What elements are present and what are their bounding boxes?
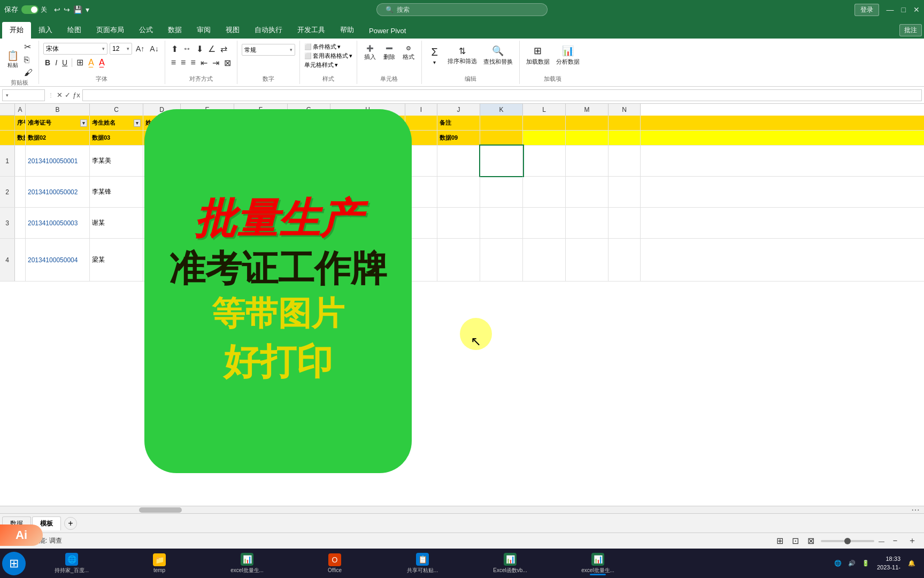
start-button[interactable]: ⊞ xyxy=(2,552,26,575)
tab-review[interactable]: 审阅 xyxy=(189,22,218,39)
cell-1-a[interactable] xyxy=(15,146,26,176)
tab-view[interactable]: 视图 xyxy=(218,22,247,39)
tab-automate[interactable]: 自动执行 xyxy=(247,22,290,39)
formula-bar-options[interactable]: ⋮ xyxy=(48,92,53,98)
align-center-button[interactable]: ≡ xyxy=(179,57,187,69)
taskbar-item-excel1[interactable]: 📊 excel批量生... xyxy=(204,551,290,576)
cell-4-l[interactable] xyxy=(523,239,566,281)
cell-3-m[interactable] xyxy=(566,208,609,238)
cell-4-a[interactable] xyxy=(15,239,26,281)
find-replace-button[interactable]: 🔍 查找和替换 xyxy=(481,44,515,67)
cell-data-l[interactable] xyxy=(523,131,566,145)
conditional-format-button[interactable]: ⬜ 条件格式 ▾ xyxy=(304,43,352,51)
scroll-options[interactable]: ⋯ xyxy=(911,505,924,515)
add-data-button[interactable]: ⊞ 加载数据 xyxy=(524,44,552,67)
save-button[interactable]: 保存 xyxy=(4,5,18,14)
wrap-text-button[interactable]: ⇄ xyxy=(219,43,229,55)
font-name-selector[interactable]: 宋体 ▾ xyxy=(43,43,107,55)
format-as-table-button[interactable]: ⬜ 套用表格格式 ▾ xyxy=(304,52,352,60)
col-header-i[interactable]: I xyxy=(405,104,437,116)
cell-i-label[interactable] xyxy=(405,116,437,130)
scroll-thumb[interactable] xyxy=(139,507,182,513)
align-left-button[interactable]: ≡ xyxy=(170,57,178,69)
col-header-c[interactable]: C xyxy=(90,104,143,116)
taskbar-item-temp[interactable]: 📁 temp xyxy=(117,551,202,576)
cut-button[interactable]: ✂ xyxy=(22,41,34,53)
battery-icon[interactable]: 🔋 xyxy=(860,558,872,569)
cell-3-b[interactable]: 20134100050003 xyxy=(26,208,90,238)
filter-c[interactable]: ▾ xyxy=(134,119,141,127)
cell-1-j[interactable] xyxy=(437,146,480,176)
tab-draw[interactable]: 绘图 xyxy=(60,22,89,39)
cell-data03[interactable]: 数据03 xyxy=(90,131,143,145)
cell-data-k[interactable] xyxy=(480,131,523,145)
cell-m-label[interactable] xyxy=(566,116,609,130)
insert-button[interactable]: ➕ 插入 xyxy=(361,44,379,62)
cell-n-label[interactable] xyxy=(609,116,641,130)
autosave-track[interactable] xyxy=(21,5,38,14)
col-header-a[interactable]: A xyxy=(15,104,26,116)
zoom-slider[interactable] xyxy=(821,540,874,542)
tab-help[interactable]: 帮助 xyxy=(333,22,361,39)
time-display[interactable]: 18:33 2023-11- xyxy=(874,555,904,572)
cell-4-k[interactable] xyxy=(480,239,523,281)
taskbar-item-excel2[interactable]: 📊 Excel函数vb... xyxy=(467,551,553,576)
sort-filter-button[interactable]: ⇅ 排序和筛选 xyxy=(445,44,479,67)
cell-1-k[interactable] xyxy=(480,146,523,176)
cell-1-c[interactable]: 李某美 xyxy=(90,146,143,176)
cell-2-a[interactable] xyxy=(15,177,26,207)
cell-data-n[interactable] xyxy=(609,131,641,145)
col-header-b[interactable]: B xyxy=(26,104,90,116)
customize-icon[interactable]: ▾ xyxy=(86,5,89,14)
tab-powerpivot[interactable]: Power Pivot xyxy=(361,24,413,39)
ai-badge[interactable]: Ai xyxy=(0,524,43,546)
cell-4-c[interactable]: 梁某 xyxy=(90,239,143,281)
search-box[interactable]: 🔍 搜索 xyxy=(376,3,548,16)
volume-icon[interactable]: 🔊 xyxy=(846,558,858,569)
cell-1-l[interactable] xyxy=(523,146,566,176)
tab-page-layout[interactable]: 页面布局 xyxy=(89,22,132,39)
cell-4-n[interactable] xyxy=(609,239,641,281)
cell-data02[interactable]: 数据02 xyxy=(26,131,90,145)
save-icon[interactable]: 💾 xyxy=(73,5,82,14)
cell-4-j[interactable] xyxy=(437,239,480,281)
cell-2-k[interactable] xyxy=(480,177,523,207)
cell-2-m[interactable] xyxy=(566,177,609,207)
comment-button[interactable]: 批注 xyxy=(899,24,922,36)
notification-icon[interactable]: 🔔 xyxy=(906,558,918,569)
cell-3-k[interactable] xyxy=(480,208,523,238)
page-layout-view-button[interactable]: ⊡ xyxy=(790,535,801,547)
cell-2-l[interactable] xyxy=(523,177,566,207)
increase-indent-button[interactable]: ⇥ xyxy=(211,57,221,69)
filter-b[interactable]: ▾ xyxy=(80,119,87,127)
autosave-toggle[interactable]: 关 xyxy=(21,5,47,14)
cell-2-b[interactable]: 20134100050002 xyxy=(26,177,90,207)
maximize-button[interactable]: □ xyxy=(902,5,906,14)
col-header-k[interactable]: K xyxy=(480,104,523,116)
taskbar-item-excel3[interactable]: 📊 excel批量生... xyxy=(555,551,641,576)
cell-3-a[interactable] xyxy=(15,208,26,238)
cell-2-n[interactable] xyxy=(609,177,641,207)
analyze-data-button[interactable]: 📊 分析数据 xyxy=(554,44,582,67)
cell-c-label[interactable]: 考生姓名▾ xyxy=(90,116,143,130)
normal-view-button[interactable]: ⊞ xyxy=(774,535,786,547)
cell-3-l[interactable] xyxy=(523,208,566,238)
align-bottom-button[interactable]: ⬇ xyxy=(195,43,205,55)
increase-font-button[interactable]: A↑ xyxy=(134,43,146,54)
undo-icon[interactable]: ↩ xyxy=(54,5,60,14)
tab-developer[interactable]: 开发工具 xyxy=(290,22,333,39)
tab-data[interactable]: 数据 xyxy=(160,22,189,39)
cell-j-label[interactable]: 备注 xyxy=(437,116,480,130)
taskbar-item-office[interactable]: O Office xyxy=(292,551,378,576)
cell-3-j[interactable] xyxy=(437,208,480,238)
font-size-selector[interactable]: 12 ▾ xyxy=(110,43,132,55)
cell-styles-button[interactable]: 单元格样式 ▾ xyxy=(304,61,352,69)
zoom-in-button[interactable]: ＋ xyxy=(906,534,919,547)
align-top-button[interactable]: ⬆ xyxy=(170,43,180,55)
login-button[interactable]: 登录 xyxy=(854,4,879,16)
page-break-view-button[interactable]: ⊠ xyxy=(805,535,817,547)
align-right-button[interactable]: ≡ xyxy=(189,57,197,69)
italic-button[interactable]: I xyxy=(53,57,59,68)
delete-button[interactable]: ➖ 删除 xyxy=(381,44,398,62)
confirm-formula-button[interactable]: ✓ xyxy=(65,91,71,99)
